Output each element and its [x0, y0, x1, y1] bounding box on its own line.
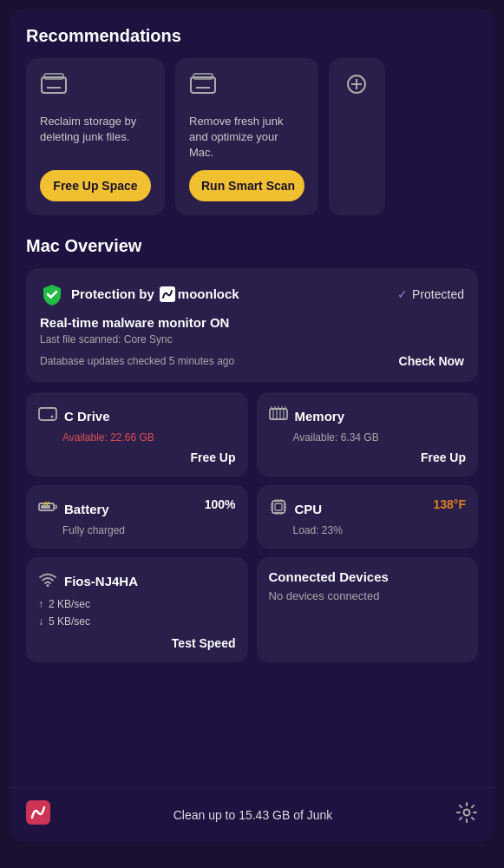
memory-action-row: Free Up [269, 450, 467, 464]
drive-icon [38, 404, 57, 428]
rec-icon-scan [189, 72, 304, 102]
wifi-icon [38, 569, 57, 593]
network-header: Fios-NJ4HA [38, 569, 236, 593]
main-container: Recommendations Reclaim storage by delet… [9, 9, 495, 842]
network-card: Fios-NJ4HA ↑ 2 KB/sec ↓ 5 KB/sec Test Sp… [26, 557, 248, 662]
rec-card-partial [329, 58, 385, 215]
memory-free-up-button[interactable]: Free Up [421, 450, 466, 464]
connected-devices-card: Connected Devices No devices connected [257, 557, 479, 662]
battery-header: Battery [38, 497, 125, 521]
mac-overview-title: Mac Overview [26, 236, 478, 256]
battery-icon [38, 497, 57, 521]
rec-card-smart-scan: Remove fresh junk and optimize your Mac.… [175, 58, 318, 215]
junk-cleanup-text: Clean up to 15.43 GB of Junk [50, 808, 455, 822]
battery-title: Battery [64, 502, 109, 516]
run-smart-scan-button[interactable]: Run Smart Scan [189, 170, 304, 201]
c-drive-available: Available: 22.66 GB [62, 431, 236, 444]
protection-left: Protection by moonlock [40, 282, 239, 306]
memory-header: Memory [269, 404, 467, 428]
svg-line-25 [47, 502, 49, 505]
rec-text-free-up-space: Reclaim storage by deleting junk files. [40, 114, 151, 161]
mac-overview-section: Mac Overview Protection by [26, 236, 478, 662]
download-arrow-icon: ↓ [38, 615, 43, 628]
db-update-text: Database updates checked 5 minutes ago [40, 355, 234, 367]
malware-status: Real-time malware monitor ON [40, 315, 464, 330]
upload-speed: 2 KB/sec [49, 598, 90, 610]
protection-header: Protection by moonlock ✓ Protected [40, 282, 464, 306]
svg-rect-12 [270, 409, 287, 419]
rec-icon-drive [40, 72, 151, 102]
cpu-load: Load: 23% [293, 524, 343, 536]
rec-icon-apps [343, 72, 371, 102]
upload-arrow-icon: ↑ [38, 598, 43, 610]
settings-icon[interactable] [455, 801, 478, 829]
battery-row: Battery Fully charged 100% [38, 497, 236, 536]
protected-badge: ✓ Protected [397, 287, 464, 301]
cpu-title: CPU [295, 502, 323, 516]
memory-icon [269, 404, 288, 428]
battery-percent: 100% [205, 497, 236, 511]
protected-status: Protected [412, 287, 464, 301]
test-speed-button[interactable]: Test Speed [172, 636, 236, 650]
recommendations-scroll: Reclaim storage by deleting junk files. … [26, 58, 478, 215]
svg-point-42 [464, 810, 470, 816]
c-drive-action-row: Free Up [38, 450, 236, 464]
cpu-icon [269, 497, 288, 521]
protection-card: Protection by moonlock ✓ Protected [26, 268, 478, 382]
battery-card: Battery Fully charged 100% [26, 485, 248, 549]
free-up-space-button[interactable]: Free Up Space [40, 170, 151, 201]
moonlock-brand: moonlock [160, 286, 239, 302]
test-speed-row: Test Speed [38, 636, 236, 650]
check-now-button[interactable]: Check Now [399, 354, 464, 368]
memory-title: Memory [295, 409, 345, 424]
c-drive-free-up-button[interactable]: Free Up [190, 450, 235, 464]
green-shield-icon [40, 282, 64, 306]
cpu-row: CPU Load: 23% 138°F [269, 497, 467, 536]
memory-card: Memory Available: 6.34 GB Free Up [257, 392, 479, 477]
drive-memory-grid: C Drive Available: 22.66 GB Free Up [26, 392, 478, 477]
connected-devices-empty: No devices connected [269, 589, 467, 602]
download-speed: 5 KB/sec [49, 615, 90, 628]
memory-available: Available: 6.34 GB [293, 431, 467, 444]
svg-rect-23 [41, 505, 50, 509]
app-bottom-icon[interactable] [26, 800, 50, 830]
svg-point-11 [51, 415, 54, 418]
c-drive-title: C Drive [64, 409, 110, 424]
svg-rect-27 [275, 503, 282, 510]
network-devices-grid: Fios-NJ4HA ↑ 2 KB/sec ↓ 5 KB/sec Test Sp… [26, 557, 478, 662]
rec-text-smart-scan: Remove fresh junk and optimize your Mac. [189, 114, 304, 161]
connected-devices-title: Connected Devices [269, 569, 467, 584]
upload-speed-row: ↑ 2 KB/sec [38, 598, 236, 610]
cpu-header: CPU [269, 497, 343, 521]
svg-rect-10 [39, 408, 56, 420]
battery-info: Battery Fully charged [38, 497, 125, 536]
battery-status: Fully charged [62, 524, 125, 536]
cpu-info: CPU Load: 23% [269, 497, 343, 536]
network-ssid: Fios-NJ4HA [64, 574, 138, 589]
db-update-row: Database updates checked 5 minutes ago C… [40, 354, 464, 368]
battery-cpu-grid: Battery Fully charged 100% [26, 485, 478, 549]
last-scanned: Last file scanned: Core Sync [40, 333, 464, 345]
download-speed-row: ↓ 5 KB/sec [38, 615, 236, 628]
svg-line-24 [44, 502, 46, 505]
recommendations-title: Recommendations [26, 26, 478, 46]
bottom-bar: Clean up to 15.43 GB of Junk [9, 787, 495, 842]
svg-rect-26 [272, 501, 285, 513]
svg-point-40 [47, 584, 49, 587]
protection-by-label: Protection by moonlock [71, 286, 239, 302]
c-drive-card: C Drive Available: 22.66 GB Free Up [26, 392, 248, 477]
cpu-card: CPU Load: 23% 138°F [257, 485, 479, 549]
c-drive-header: C Drive [38, 404, 236, 428]
cpu-temp: 138°F [433, 497, 466, 511]
protected-checkmark: ✓ [397, 287, 408, 301]
rec-card-free-up-space: Reclaim storage by deleting junk files. … [26, 58, 165, 215]
